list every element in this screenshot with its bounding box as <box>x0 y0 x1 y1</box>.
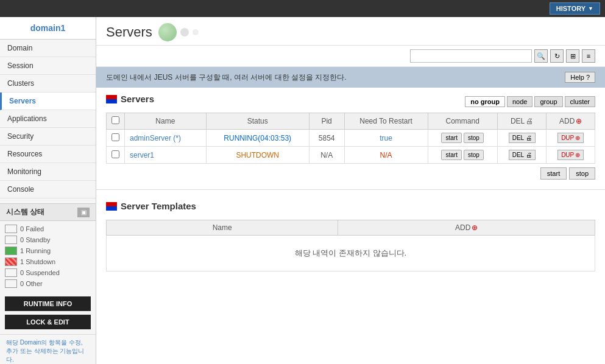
group-btn-node[interactable]: node <box>507 96 532 107</box>
search-button[interactable]: 🔍 <box>534 49 548 63</box>
group-btn-cluster[interactable]: cluster <box>565 96 595 107</box>
sidebar-item-applications[interactable]: Applications <box>0 110 96 128</box>
th-command: Command <box>428 113 497 130</box>
add-icon: ⊕ <box>576 117 582 125</box>
server-name-1[interactable]: server1 <box>125 147 207 164</box>
content-header: Servers <box>96 17 605 46</box>
content-area: Servers 🔍 ↻ ⊞ ≡ 도메인 내에서 JEUS 서버를 구성할 때, … <box>96 17 605 364</box>
status-row-other: 0 Other <box>5 278 91 289</box>
sidebar-item-security[interactable]: Security <box>0 128 96 145</box>
th-name: Name <box>125 113 207 130</box>
template-add-icon: ⊕ <box>472 223 478 232</box>
sidebar-item-resources[interactable]: Resources <box>0 145 96 163</box>
status-row-suspended: 0 Suspended <box>5 267 91 278</box>
servers-stop-button[interactable]: stop <box>569 167 595 180</box>
servers-toolbar: Servers no groupnodegroupcluster <box>106 94 595 109</box>
history-arrow-icon: ▼ <box>588 5 593 12</box>
sidebar-item-servers[interactable]: Servers <box>0 93 96 110</box>
view-button-1[interactable]: ⊞ <box>566 49 579 63</box>
view-button-2[interactable]: ≡ <box>582 49 595 63</box>
sidebar-item-console[interactable]: Console <box>0 181 96 198</box>
status-box-shutdown <box>5 257 17 266</box>
server-stop-btn-1[interactable]: stop <box>464 150 484 160</box>
group-btn-no-group[interactable]: no group <box>465 96 505 107</box>
server-pid-0: 5854 <box>309 130 344 147</box>
templates-empty-row: 해당 내역이 존재하지 않습니다. <box>107 236 595 271</box>
th-del: DEL 🖨 <box>497 113 547 130</box>
templates-header-row: Name ADD ⊕ <box>107 220 595 236</box>
section-divider <box>96 189 605 190</box>
server-stop-btn-0[interactable]: stop <box>464 133 484 143</box>
status-count-shutdown: 1 Shutdown <box>20 258 55 265</box>
table-header-row: Name Status Pid Need To Restart Command … <box>107 113 595 130</box>
status-box-failed <box>5 225 17 233</box>
decoration-dot-small <box>180 28 189 37</box>
checkbox-1[interactable] <box>111 150 119 158</box>
status-row-shutdown: 1 Shutdown <box>5 256 91 267</box>
status-toggle-button[interactable]: ▣ <box>77 208 90 217</box>
help-button[interactable]: Help ? <box>565 72 595 83</box>
del-button-0[interactable]: DEL 🖨 <box>509 133 536 143</box>
sidebar-nav: DomainSessionClustersServersApplications… <box>0 40 96 198</box>
status-box-standby <box>5 236 17 244</box>
server-need-restart-0: true <box>344 130 428 147</box>
templates-table: Name ADD ⊕ 해당 내역이 존재하지 않습니다. <box>106 220 595 271</box>
server-need-restart-1: N/A <box>344 147 428 164</box>
info-banner: 도메인 내에서 JEUS 서버를 구성할 때, 여러 서버에 대한 설정을 지정… <box>96 67 605 88</box>
server-name-0[interactable]: adminServer (*) <box>125 130 207 147</box>
status-list: 0 Failed0 Standby1 Running1 Shutdown0 Su… <box>0 221 96 292</box>
decoration-dot-xs <box>193 29 199 35</box>
row-checkbox-0 <box>107 130 125 147</box>
sidebar: domain1 DomainSessionClustersServersAppl… <box>0 17 96 364</box>
top-bar: HISTORY ▼ <box>0 0 605 17</box>
main-layout: domain1 DomainSessionClustersServersAppl… <box>0 17 605 364</box>
dup-button-1[interactable]: DUP ⊕ <box>557 150 584 160</box>
runtime-info-button[interactable]: RUNTIME INFO <box>5 296 91 311</box>
th-checkbox <box>107 113 125 130</box>
select-all-checkbox[interactable] <box>111 116 119 124</box>
checkbox-0[interactable] <box>111 133 119 141</box>
dup-button-0[interactable]: DUP ⊕ <box>557 133 584 143</box>
status-row-failed: 0 Failed <box>5 223 91 234</box>
server-del-0: DEL 🖨 <box>497 130 547 147</box>
help-label: Help <box>570 74 584 81</box>
add-label: ADD <box>559 117 575 125</box>
info-banner-text: 도메인 내에서 JEUS 서버를 구성할 때, 여러 서버에 대한 설정을 지정… <box>106 72 347 83</box>
lock-edit-button[interactable]: LOCK & EDIT <box>5 315 91 329</box>
th-need-restart: Need To Restart <box>344 113 428 130</box>
sidebar-item-session[interactable]: Session <box>0 57 96 75</box>
servers-flag-icon <box>106 95 117 103</box>
domain-title[interactable]: domain1 <box>0 17 96 40</box>
template-add-label: ADD <box>455 223 470 232</box>
templates-toolbar: Server Templates <box>106 201 595 216</box>
server-start-btn-1[interactable]: start <box>441 150 461 160</box>
history-button[interactable]: HISTORY ▼ <box>550 2 600 15</box>
sidebar-note: 해당 Domain의 항목을 수정, 추가 또는 삭제하는 기능입니다. <box>0 334 96 364</box>
servers-section-title: Servers <box>106 94 154 104</box>
refresh-button[interactable]: ↻ <box>550 49 564 63</box>
system-status-title: 시스템 상태 ▣ <box>0 203 96 221</box>
servers-section: Servers no groupnodegroupcluster Name St… <box>96 88 605 189</box>
sidebar-item-domain[interactable]: Domain <box>0 40 96 57</box>
th-status: Status <box>206 113 309 130</box>
decoration-dot-large <box>158 23 177 41</box>
servers-start-button[interactable]: start <box>540 167 567 180</box>
status-count-suspended: 0 Suspended <box>20 269 60 276</box>
templates-empty-message: 해당 내역이 존재하지 않습니다. <box>107 236 595 271</box>
templates-section: Server Templates Name ADD ⊕ <box>96 195 605 278</box>
header-decorations <box>158 23 199 41</box>
templates-section-title: Server Templates <box>106 201 196 211</box>
group-btn-group[interactable]: group <box>534 96 562 107</box>
search-bar: 🔍 ↻ ⊞ ≡ <box>96 46 605 67</box>
system-status-section: 시스템 상태 ▣ 0 Failed0 Standby1 Running1 Shu… <box>0 203 96 292</box>
server-command-1: start stop <box>428 147 497 164</box>
th-template-name: Name <box>107 220 338 236</box>
sidebar-item-monitoring[interactable]: Monitoring <box>0 163 96 181</box>
del-button-1[interactable]: DEL 🖨 <box>509 150 536 160</box>
search-input[interactable] <box>410 49 532 63</box>
status-box-other <box>5 279 17 288</box>
sidebar-item-clusters[interactable]: Clusters <box>0 75 96 93</box>
server-start-btn-0[interactable]: start <box>441 133 461 143</box>
row-checkbox-1 <box>107 147 125 164</box>
server-dup-1: DUP ⊕ <box>547 147 595 164</box>
